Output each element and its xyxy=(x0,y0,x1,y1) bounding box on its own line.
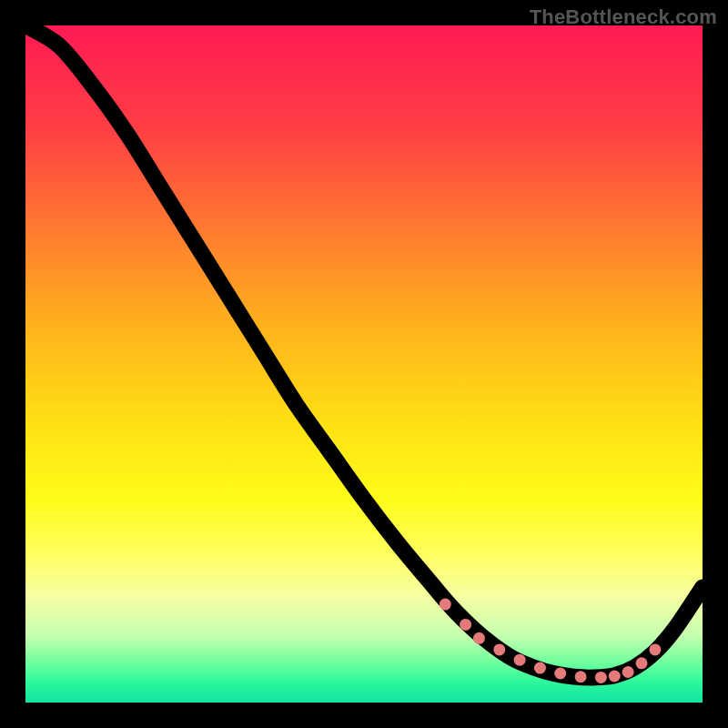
attribution-label: TheBottleneck.com xyxy=(530,5,717,29)
chart-container: TheBottleneck.com xyxy=(0,0,728,728)
plot-area xyxy=(25,25,703,703)
curve-dot xyxy=(609,670,621,682)
curve-dot xyxy=(595,672,607,683)
curve-dot xyxy=(493,643,505,655)
curve-dot xyxy=(440,599,451,611)
curve-dot xyxy=(473,632,485,644)
curve-dot xyxy=(575,671,587,682)
curve-dot xyxy=(534,662,546,674)
curve-dot xyxy=(514,654,526,666)
curve-dot xyxy=(636,657,648,669)
curve-dot xyxy=(622,666,634,678)
curve-dot xyxy=(554,668,566,680)
curve-layer xyxy=(25,25,703,703)
curve-dot xyxy=(649,643,661,655)
curve-dot xyxy=(460,619,471,631)
bottleneck-curve xyxy=(25,25,703,678)
